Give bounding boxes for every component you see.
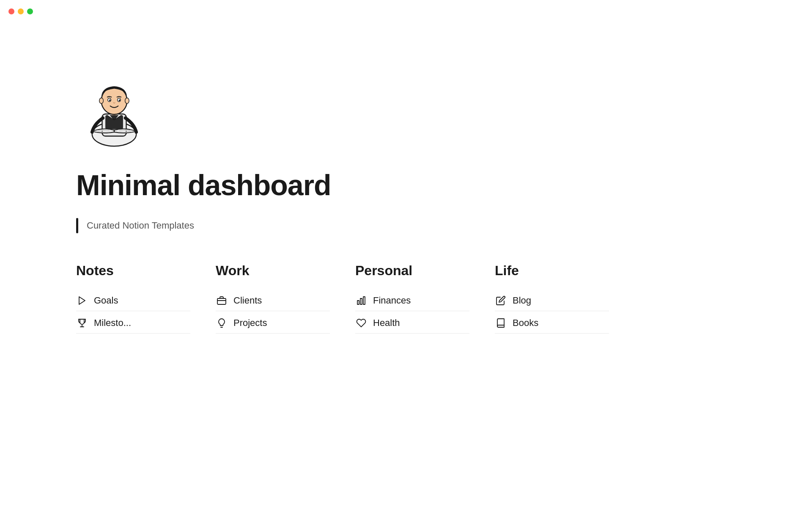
svg-point-10 xyxy=(118,99,120,101)
close-button[interactable] xyxy=(8,8,14,14)
svg-point-9 xyxy=(109,99,111,101)
column-work: WorkClientsProjects xyxy=(216,263,330,335)
nav-item-finances[interactable]: Finances xyxy=(355,290,469,311)
nav-list-life: BlogBooks xyxy=(495,290,609,334)
subtitle-bar xyxy=(76,218,78,233)
column-title-notes: Notes xyxy=(76,263,190,279)
nav-item-goals[interactable]: Goals xyxy=(76,290,190,311)
svg-rect-12 xyxy=(217,298,226,304)
edit-icon xyxy=(495,295,507,306)
minimize-button[interactable] xyxy=(18,8,24,14)
svg-rect-16 xyxy=(363,297,365,304)
svg-point-6 xyxy=(125,98,129,103)
column-personal: PersonalFinancesHealth xyxy=(355,263,469,335)
nav-item-projects[interactable]: Projects xyxy=(216,313,330,334)
traffic-lights xyxy=(8,8,33,14)
nav-item-health[interactable]: Health xyxy=(355,313,469,334)
nav-label-milestones: Milesto... xyxy=(94,318,131,329)
heart-icon xyxy=(355,317,367,329)
column-life: LifeBlogBooks xyxy=(495,263,609,335)
column-title-personal: Personal xyxy=(355,263,469,279)
illustration xyxy=(76,68,161,152)
svg-rect-2 xyxy=(105,115,123,129)
svg-rect-14 xyxy=(357,301,359,304)
subtitle-text: Curated Notion Templates xyxy=(87,220,194,231)
bulb-icon xyxy=(216,317,228,329)
column-title-life: Life xyxy=(495,263,609,279)
svg-rect-15 xyxy=(360,298,362,304)
nav-item-books[interactable]: Books xyxy=(495,313,609,334)
nav-item-blog[interactable]: Blog xyxy=(495,290,609,311)
briefcase-icon xyxy=(216,295,228,306)
book-icon xyxy=(495,317,507,329)
main-content: Minimal dashboard Curated Notion Templat… xyxy=(0,0,508,369)
nav-label-health: Health xyxy=(373,318,400,329)
svg-marker-11 xyxy=(79,297,85,304)
nav-label-books: Books xyxy=(513,318,538,329)
subtitle-container: Curated Notion Templates xyxy=(76,218,508,233)
nav-item-milestones[interactable]: Milesto... xyxy=(76,313,190,334)
nav-list-notes: GoalsMilesto... xyxy=(76,290,190,334)
nav-item-clients[interactable]: Clients xyxy=(216,290,330,311)
nav-list-work: ClientsProjects xyxy=(216,290,330,334)
nav-list-personal: FinancesHealth xyxy=(355,290,469,334)
trophy-icon xyxy=(76,317,88,329)
nav-label-projects: Projects xyxy=(233,318,267,329)
nav-label-blog: Blog xyxy=(513,295,531,306)
nav-label-clients: Clients xyxy=(233,295,262,306)
nav-label-goals: Goals xyxy=(94,295,118,306)
column-title-work: Work xyxy=(216,263,330,279)
svg-point-5 xyxy=(99,98,104,103)
chart-icon xyxy=(355,295,367,306)
play-icon xyxy=(76,295,88,306)
page-title: Minimal dashboard xyxy=(76,169,508,201)
column-notes: NotesGoalsMilesto... xyxy=(76,263,190,335)
nav-label-finances: Finances xyxy=(373,295,411,306)
maximize-button[interactable] xyxy=(27,8,33,14)
nav-grid: NotesGoalsMilesto...WorkClientsProjectsP… xyxy=(76,263,508,335)
